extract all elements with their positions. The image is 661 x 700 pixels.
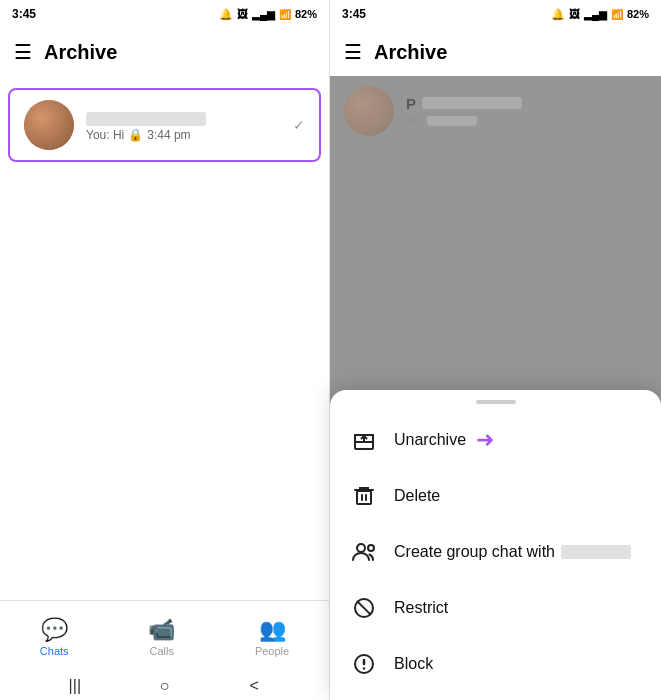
wifi-icon: 📶 [279,9,291,20]
bottom-sheet: Unarchive ➜ Delete [330,390,661,700]
nav-item-people[interactable]: 👥 People [235,609,309,665]
back-button[interactable]: < [244,676,264,696]
delete-icon [350,482,378,510]
calls-label: Calls [150,645,174,657]
right-gallery-icon: 🖼 [569,8,580,20]
right-avatar [344,86,394,136]
left-bottom-nav: 💬 Chats 📹 Calls 👥 People [0,600,329,672]
right-top: 3:45 🔔 🖼 ▂▄▆ 📶 82% ☰ Archive [330,0,661,76]
svg-point-6 [363,667,365,669]
unarchive-item[interactable]: Unarchive ➜ [330,412,661,468]
read-check-icon: ✓ [293,117,305,133]
chat-meta: ✓ [293,117,305,133]
left-status-bar: 3:45 🔔 🖼 ▂▄▆ 📶 82% [0,0,329,28]
group-icon [350,538,378,566]
chats-icon: 💬 [41,617,68,643]
nav-item-calls[interactable]: 📹 Calls [128,609,195,665]
preview-time: 3:44 pm [147,128,190,142]
home-button[interactable]: ○ [154,676,174,696]
right-status-icons: 🔔 🖼 ▂▄▆ 📶 82% [551,8,649,21]
right-page-title: Archive [374,41,447,64]
lock-icon: 🔒 [128,128,143,142]
right-name-blur [422,97,522,109]
right-status-bar: 3:45 🔔 🖼 ▂▄▆ 📶 82% [330,0,661,28]
right-preview-blur [427,116,477,126]
right-top-bar: ☰ Archive [330,28,661,76]
chat-info: You: Hi 🔒 3:44 pm [86,108,293,141]
name-blur-left [86,112,206,126]
svg-point-3 [368,545,374,551]
people-icon: 👥 [259,617,286,643]
right-signal-icon: ▂▄▆ [584,9,607,20]
signal-icon: ▂▄▆ [252,9,275,20]
people-label: People [255,645,289,657]
chat-preview: You: Hi 🔒 3:44 pm [86,128,293,142]
right-chat-item-blurred: P Yo ✓ [344,86,647,136]
delete-label: Delete [394,487,440,505]
right-time: 3:45 [342,7,366,21]
right-hamburger-icon: ☰ [344,40,362,64]
archived-chat-item[interactable]: You: Hi 🔒 3:44 pm ✓ [8,88,321,162]
nav-item-chats[interactable]: 💬 Chats [20,609,89,665]
hamburger-icon[interactable]: ☰ [14,40,32,64]
gallery-icon: 🖼 [237,8,248,20]
left-page-title: Archive [44,41,117,64]
create-group-item[interactable]: Create group chat with [330,524,661,580]
restrict-label: Restrict [394,599,448,617]
block-item[interactable]: Block [330,636,661,692]
right-wifi-icon: 📶 [611,9,623,20]
avatar-image [24,100,74,150]
preview-text: You: Hi [86,128,124,142]
svg-point-2 [357,544,365,552]
battery-text: 82% [295,8,317,20]
unarchive-icon [350,426,378,454]
restrict-item[interactable]: Restrict [330,580,661,636]
block-icon [350,650,378,678]
right-battery-text: 82% [627,8,649,20]
left-time: 3:45 [12,7,36,21]
left-system-bar: ||| ○ < [0,672,329,700]
avatar [24,100,74,150]
right-panel: 3:45 🔔 🖼 ▂▄▆ 📶 82% ☰ Archive P [330,0,661,700]
right-chat-info-blurred: P Yo [406,95,522,128]
chat-name [86,108,293,125]
chats-label: Chats [40,645,69,657]
calls-icon: 📹 [148,617,175,643]
svg-rect-1 [357,491,371,504]
left-top-bar: ☰ Archive [0,28,329,76]
notification-icon: 🔔 [219,8,233,21]
svg-rect-0 [355,442,373,449]
right-preview-blurred: Yo [406,114,522,128]
create-group-label: Create group chat with [394,543,631,561]
restrict-icon [350,594,378,622]
right-notification-icon: 🔔 [551,8,565,21]
right-chat-name-blurred: P [406,95,522,112]
delete-item[interactable]: Delete [330,468,661,524]
unarchive-label: Unarchive ➜ [394,427,494,453]
left-status-icons: 🔔 🖼 ▂▄▆ 📶 82% [219,8,317,21]
left-panel: 3:45 🔔 🖼 ▂▄▆ 📶 82% ☰ Archive You: Hi 🔒 [0,0,330,700]
menu-button[interactable]: ||| [65,676,85,696]
chat-list: You: Hi 🔒 3:44 pm ✓ [0,76,329,600]
right-chat-blurred: P Yo ✓ [330,76,661,146]
right-check-icon: ✓ [635,103,647,119]
arrow-icon: ➜ [476,427,494,453]
group-name-blur [561,545,631,559]
block-label: Block [394,655,433,673]
sheet-handle [476,400,516,404]
